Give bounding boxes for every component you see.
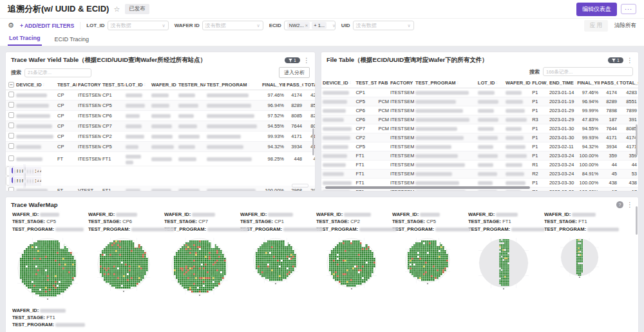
filter-count-badge[interactable]: 1 (285, 57, 300, 63)
wafer-id-select[interactable]: 没有数据 ∨ (202, 21, 263, 30)
redacted-value (323, 190, 350, 191)
table-row[interactable]: CP2ITESTSEMIP12023-01-3099.93%41714174 (321, 133, 638, 142)
apply-button[interactable]: 应 用 (584, 20, 608, 32)
horizontal-scrollbar[interactable] (325, 186, 530, 189)
table-row[interactable]: FT1ITESTSEMIR12023-03-24100.00%4444 (321, 161, 638, 170)
column-header[interactable]: FINAL_YIELD (576, 78, 600, 88)
close-icon[interactable]: × (305, 23, 308, 28)
ecid-select[interactable]: NW2...× + 1... ∨ (284, 21, 336, 30)
row-checkbox[interactable] (8, 122, 14, 128)
tab-lot-tracing[interactable]: Lot Tracing (8, 32, 42, 46)
kebab-menu-icon[interactable]: ⋮ (627, 202, 633, 208)
row-checkbox[interactable] (8, 112, 14, 118)
wafer-map[interactable] (560, 238, 599, 278)
column-header[interactable]: WAFER_ID (150, 80, 177, 90)
table-row[interactable]: FT1ITESTSEMIR22023-03-2484.91%4553 (321, 170, 638, 179)
wafer-map[interactable] (327, 238, 377, 290)
favorite-star-icon[interactable]: ☆ (113, 5, 120, 14)
wafer-map[interactable] (253, 238, 298, 285)
filter-count-badge[interactable]: 1 (608, 57, 623, 63)
vertical-scrollbar[interactable] (312, 128, 314, 155)
divider (80, 22, 80, 30)
column-header[interactable]: LOT_ID (477, 78, 504, 88)
table-row[interactable]: FTITESTSEMIFT198.25%448456 (6, 152, 316, 166)
trace-wafermap-card: Trace WaferMap ? ⋮ WAFER_ID: TEST_STAGE:… (5, 197, 639, 332)
select-all-checkbox[interactable]: − (8, 82, 14, 88)
table-row[interactable]: CP6PCMITESTSEMIR32023-01-2947.83%187391 (321, 115, 638, 124)
more-options-button[interactable]: ··· (621, 4, 636, 14)
column-header[interactable]: TESTER_NAME (177, 80, 205, 90)
column-header[interactable]: LOT_ID (124, 80, 150, 90)
redacted-value (55, 323, 85, 327)
column-header[interactable]: FAB (377, 78, 389, 88)
row-checkbox[interactable] (8, 92, 14, 97)
wafer-map[interactable] (405, 238, 450, 285)
enter-analysis-button[interactable]: 进入分析 (279, 67, 310, 78)
table-row[interactable]: CPITESTSEMICP596.94%82898551 (6, 101, 316, 111)
kebab-menu-icon[interactable]: ⋮ (627, 57, 633, 64)
wafer-map[interactable] (171, 238, 228, 297)
table-row[interactable]: FTVTESTFT1100.00%29682968 (6, 186, 316, 191)
kebab-menu-icon[interactable]: ⋮ (303, 57, 310, 64)
column-header[interactable]: WAFER_ID (504, 78, 531, 88)
chevron-down-icon: ∨ (158, 23, 166, 28)
table-row[interactable]: CPITESTSEMICP197.46%41744283 (6, 90, 316, 101)
table-row[interactable]: CPITESTSEMICP594.32%39344171 (6, 142, 316, 152)
wafer-map[interactable] (97, 238, 150, 293)
uid-select[interactable]: 没有数据 ∨ (353, 21, 414, 30)
table-row[interactable]: ✓FTITESTSEMIFT1100.00%455455 (6, 166, 15, 176)
row-checkbox[interactable] (8, 143, 14, 149)
column-header[interactable]: TEST_STAGE (354, 78, 377, 88)
redacted-value (506, 118, 527, 122)
table-row[interactable]: ✓FTITESTSEMIFT1100.00%455455 (6, 176, 15, 186)
table-row[interactable]: CP6PCMITESTSEMIP12023-01-2999.99%7898789… (321, 106, 638, 115)
clear-all-button[interactable]: 清除所有 (614, 22, 636, 30)
column-header[interactable]: TEST_PROGRAM (414, 78, 477, 88)
table-row[interactable]: CP1ITESTSEMIP12023-01-1497.46%41744283 (321, 88, 638, 97)
file-search-input[interactable] (543, 67, 633, 76)
row-checkbox[interactable] (8, 187, 14, 191)
redacted-value (131, 228, 175, 231)
table-row[interactable]: CP5PCMITESTSEMIP12023-01-1996.94%8289855… (321, 97, 638, 106)
wafer-id-label: WAFER_ID: (240, 211, 311, 218)
row-checkbox[interactable] (8, 155, 14, 161)
vertical-scrollbar[interactable] (636, 206, 638, 235)
column-header[interactable]: TEST_AREA (56, 80, 77, 90)
redacted-value (14, 179, 15, 183)
table-row[interactable]: CPITESTSEMICP794.55%76448085 (6, 121, 316, 132)
redacted-value (506, 109, 525, 113)
column-header[interactable]: TEST_PROGRAM (205, 80, 261, 90)
column-header[interactable]: TOTAL_CNT (303, 80, 316, 90)
column-header[interactable]: TEST_STAGE (101, 80, 124, 90)
horizontal-scrollbar[interactable] (292, 184, 308, 188)
table-row[interactable]: CP7PCMITESTSEMIP12023-01-3094.55%7644808… (321, 124, 638, 133)
tab-ecid-tracing[interactable]: ECID Tracing (53, 34, 91, 46)
table-row[interactable]: CPITESTSEMICP697.52%80858290 (6, 111, 316, 121)
lot-id-select[interactable]: 没有数据 ∨ (108, 21, 169, 30)
edit-dashboard-button[interactable]: 编辑仪表盘 (576, 3, 617, 16)
column-header[interactable]: FINAL_YIELD (261, 80, 285, 90)
add-edit-filters-button[interactable]: + ADD/EDIT FILTERS (20, 23, 74, 29)
vertical-scrollbar[interactable] (636, 124, 638, 155)
help-icon[interactable]: ? (616, 201, 623, 208)
column-header[interactable]: END_TIME (548, 78, 576, 88)
wafer-map[interactable] (17, 238, 78, 300)
column-header[interactable]: FACTORY (77, 80, 101, 90)
row-checkbox[interactable] (8, 133, 14, 139)
column-header[interactable]: DEVICE_ID (321, 78, 354, 88)
column-header[interactable]: FACTORY (389, 78, 414, 88)
ecid-overflow-tag[interactable]: + 1... (312, 22, 327, 29)
table-row[interactable]: FT1ITESTSEMIP12023-03-24100.00%359359 (321, 151, 638, 161)
column-header[interactable]: PASS_CNT (600, 78, 618, 88)
table-row[interactable]: CPITESTSEMICP299.93%41714174 (6, 132, 316, 142)
wafer-map[interactable] (478, 238, 529, 290)
column-header[interactable]: FLOW_ID (531, 78, 548, 88)
column-header[interactable]: PASS_CNT (285, 80, 303, 90)
column-header[interactable]: DEVICE_ID (15, 80, 56, 90)
gear-icon[interactable]: ⚙ (8, 21, 14, 30)
column-header[interactable]: TOTAL_CNT (618, 78, 638, 88)
yield-search-input[interactable] (24, 68, 91, 77)
row-checkbox[interactable] (8, 102, 14, 108)
table-row[interactable]: CP5ITESTSEMIP12023-02-1194.32%39344171 (321, 142, 638, 151)
redacted-value (344, 213, 371, 217)
